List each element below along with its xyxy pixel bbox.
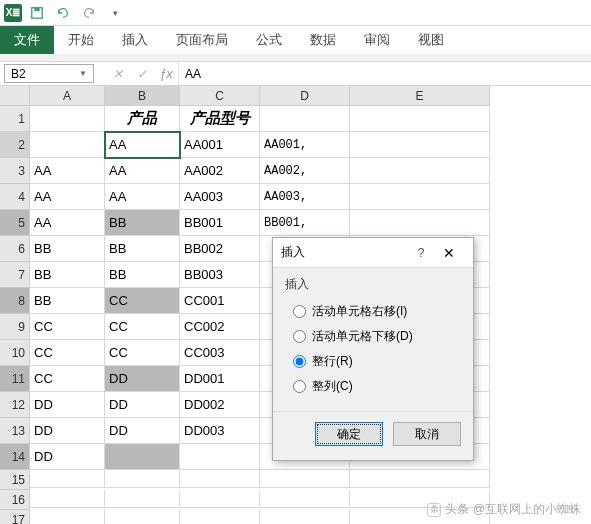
cell-a1[interactable]	[30, 106, 105, 132]
row-header[interactable]: 1	[0, 106, 30, 132]
tab-view[interactable]: 视图	[404, 26, 458, 54]
confirm-edit-icon[interactable]: ✓	[130, 62, 154, 85]
tab-data[interactable]: 数据	[296, 26, 350, 54]
cell-a7[interactable]: BB	[30, 262, 105, 288]
cell-e15[interactable]	[350, 470, 490, 488]
cell-e1[interactable]	[350, 106, 490, 132]
cell-a12[interactable]: DD	[30, 392, 105, 418]
cell-c13[interactable]: DD003	[180, 418, 260, 444]
cell-c7[interactable]: BB003	[180, 262, 260, 288]
radio-shift-right[interactable]	[293, 305, 306, 318]
cancel-edit-icon[interactable]: ✕	[106, 62, 130, 85]
cell-a17[interactable]	[30, 510, 105, 524]
tab-insert[interactable]: 插入	[108, 26, 162, 54]
cell-e5[interactable]	[350, 210, 490, 236]
opt-entire-row[interactable]: 整行(R)	[285, 349, 461, 374]
radio-entire-column[interactable]	[293, 380, 306, 393]
tab-page-layout[interactable]: 页面布局	[162, 26, 242, 54]
cell-a15[interactable]	[30, 470, 105, 488]
cancel-button[interactable]: 取消	[393, 422, 461, 446]
cell-a4[interactable]: AA	[30, 184, 105, 210]
cell-a6[interactable]: BB	[30, 236, 105, 262]
tab-review[interactable]: 审阅	[350, 26, 404, 54]
cell-b9[interactable]: CC	[105, 314, 180, 340]
cell-b2[interactable]: AA	[105, 132, 180, 158]
opt-shift-right[interactable]: 活动单元格右移(I)	[285, 299, 461, 324]
radio-shift-down[interactable]	[293, 330, 306, 343]
col-header-b[interactable]: B	[105, 86, 180, 106]
row-header[interactable]: 11	[0, 366, 30, 392]
cell-c16[interactable]	[180, 490, 260, 508]
tab-formulas[interactable]: 公式	[242, 26, 296, 54]
cell-e2[interactable]	[350, 132, 490, 158]
row-header[interactable]: 15	[0, 470, 30, 490]
cell-a11[interactable]: CC	[30, 366, 105, 392]
col-header-a[interactable]: A	[30, 86, 105, 106]
cell-b14[interactable]	[105, 444, 180, 470]
row-header[interactable]: 2	[0, 132, 30, 158]
cell-d2[interactable]: AA001,	[260, 132, 350, 158]
opt-shift-down[interactable]: 活动单元格下移(D)	[285, 324, 461, 349]
cell-a2[interactable]	[30, 132, 105, 158]
cell-d3[interactable]: AA002,	[260, 158, 350, 184]
cell-b16[interactable]	[105, 490, 180, 508]
cell-c12[interactable]: DD002	[180, 392, 260, 418]
col-header-c[interactable]: C	[180, 86, 260, 106]
row-header[interactable]: 3	[0, 158, 30, 184]
ok-button[interactable]: 确定	[315, 422, 383, 446]
row-header[interactable]: 12	[0, 392, 30, 418]
cell-b6[interactable]: BB	[105, 236, 180, 262]
dialog-titlebar[interactable]: 插入 ? ✕	[273, 238, 473, 268]
cell-b5[interactable]: BB	[105, 210, 180, 236]
cell-d17[interactable]	[260, 510, 350, 524]
cell-c9[interactable]: CC002	[180, 314, 260, 340]
col-header-e[interactable]: E	[350, 86, 490, 106]
cell-b7[interactable]: BB	[105, 262, 180, 288]
cell-a9[interactable]: CC	[30, 314, 105, 340]
cell-d16[interactable]	[260, 490, 350, 508]
cell-c4[interactable]: AA003	[180, 184, 260, 210]
cell-a13[interactable]: DD	[30, 418, 105, 444]
cell-c8[interactable]: CC001	[180, 288, 260, 314]
row-header[interactable]: 5	[0, 210, 30, 236]
file-tab[interactable]: 文件	[0, 26, 54, 54]
redo-button[interactable]	[78, 2, 100, 24]
qat-customize[interactable]: ▾	[104, 2, 126, 24]
cell-c2[interactable]: AA001	[180, 132, 260, 158]
cell-c14[interactable]	[180, 444, 260, 470]
cell-b3[interactable]: AA	[105, 158, 180, 184]
row-header[interactable]: 7	[0, 262, 30, 288]
row-header[interactable]: 10	[0, 340, 30, 366]
cell-b12[interactable]: DD	[105, 392, 180, 418]
cell-e4[interactable]	[350, 184, 490, 210]
row-header[interactable]: 16	[0, 490, 30, 510]
radio-entire-row[interactable]	[293, 355, 306, 368]
cell-b8[interactable]: CC	[105, 288, 180, 314]
cell-d15[interactable]	[260, 470, 350, 488]
cell-d5[interactable]: BB001,	[260, 210, 350, 236]
select-all-corner[interactable]	[0, 86, 30, 106]
cell-b4[interactable]: AA	[105, 184, 180, 210]
close-icon[interactable]: ✕	[433, 245, 465, 261]
chevron-down-icon[interactable]: ▼	[79, 69, 87, 78]
row-header[interactable]: 14	[0, 444, 30, 470]
cell-d4[interactable]: AA003,	[260, 184, 350, 210]
cell-a5[interactable]: AA	[30, 210, 105, 236]
row-header[interactable]: 17	[0, 510, 30, 524]
opt-entire-column[interactable]: 整列(C)	[285, 374, 461, 399]
row-header[interactable]: 4	[0, 184, 30, 210]
undo-button[interactable]	[52, 2, 74, 24]
cell-e3[interactable]	[350, 158, 490, 184]
cell-b13[interactable]: DD	[105, 418, 180, 444]
formula-bar[interactable]: AA	[178, 62, 591, 85]
row-header[interactable]: 8	[0, 288, 30, 314]
cell-c3[interactable]: AA002	[180, 158, 260, 184]
save-button[interactable]	[26, 2, 48, 24]
tab-home[interactable]: 开始	[54, 26, 108, 54]
cell-b1[interactable]: 产品	[105, 106, 180, 132]
fx-icon[interactable]: ƒx	[154, 62, 178, 85]
cell-a10[interactable]: CC	[30, 340, 105, 366]
cell-d1[interactable]	[260, 106, 350, 132]
cell-a16[interactable]	[30, 490, 105, 508]
cell-b15[interactable]	[105, 470, 180, 488]
